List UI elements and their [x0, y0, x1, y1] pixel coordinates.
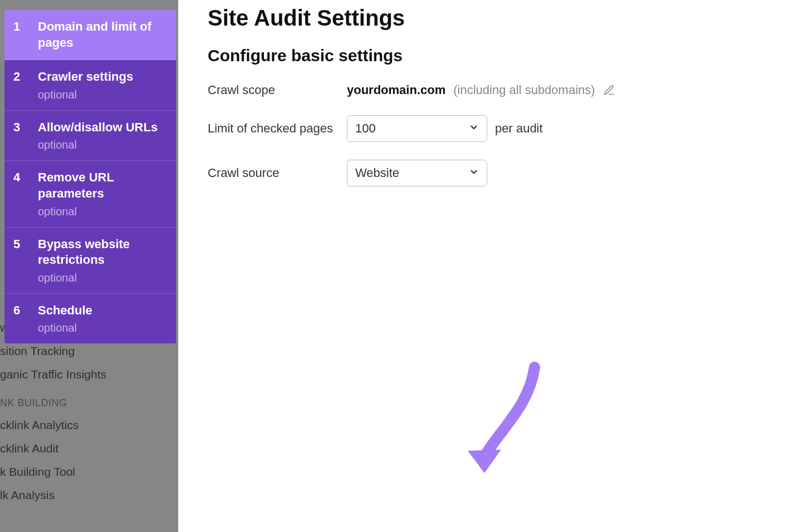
step-title: Domain and limit of pages	[38, 19, 166, 51]
wizard-step-allow-disallow[interactable]: 3 Allow/disallow URLs optional	[4, 111, 176, 161]
step-number: 1	[13, 19, 38, 51]
limit-suffix: per audit	[495, 121, 543, 136]
wizard-steps: 1 Domain and limit of pages 2 Crawler se…	[4, 10, 176, 343]
step-number: 4	[13, 170, 38, 218]
edit-icon[interactable]	[603, 84, 615, 96]
step-number: 2	[13, 69, 38, 101]
step-title: Bypass website restrictions	[38, 237, 166, 268]
step-title: Remove URL parameters	[38, 170, 166, 201]
wizard-step-schedule[interactable]: 6 Schedule optional	[4, 294, 176, 344]
step-subtitle: optional	[38, 272, 166, 284]
step-subtitle: optional	[38, 205, 166, 218]
crawl-scope-note: (including all subdomains)	[453, 83, 595, 97]
wizard-step-domain[interactable]: 1 Domain and limit of pages	[4, 10, 176, 60]
source-label: Crawl source	[208, 166, 347, 180]
wizard-step-bypass[interactable]: 5 Bypass website restrictions optional	[4, 228, 176, 294]
source-select[interactable]: Website	[347, 160, 487, 186]
step-number: 3	[13, 120, 38, 152]
step-subtitle: optional	[38, 139, 166, 151]
limit-value: 100	[355, 121, 376, 136]
wizard-step-remove-params[interactable]: 4 Remove URL parameters optional	[4, 161, 176, 227]
chevron-down-icon	[469, 121, 479, 136]
step-subtitle: optional	[38, 88, 166, 101]
step-number: 5	[13, 237, 38, 284]
chevron-down-icon	[469, 166, 479, 180]
limit-select[interactable]: 100	[347, 115, 487, 142]
crawl-scope-label: Crawl scope	[208, 83, 347, 97]
section-heading: Configure basic settings	[208, 46, 756, 65]
step-title: Schedule	[38, 303, 166, 319]
step-title: Crawler settings	[38, 69, 166, 85]
row-limit: Limit of checked pages 100 per audit	[208, 115, 756, 142]
page-title: Site Audit Settings	[208, 6, 756, 31]
source-value: Website	[355, 166, 399, 180]
crawl-scope-domain: yourdomain.com	[347, 83, 445, 97]
wizard-step-crawler[interactable]: 2 Crawler settings optional	[4, 60, 176, 111]
main-panel: Site Audit Settings Configure basic sett…	[208, 6, 789, 532]
step-number: 6	[13, 303, 38, 335]
limit-label: Limit of checked pages	[208, 121, 347, 136]
row-crawl-source: Crawl source Website	[208, 160, 756, 186]
step-subtitle: optional	[38, 322, 166, 334]
step-title: Allow/disallow URLs	[38, 120, 166, 136]
row-crawl-scope: Crawl scope yourdomain.com (including al…	[208, 83, 756, 97]
